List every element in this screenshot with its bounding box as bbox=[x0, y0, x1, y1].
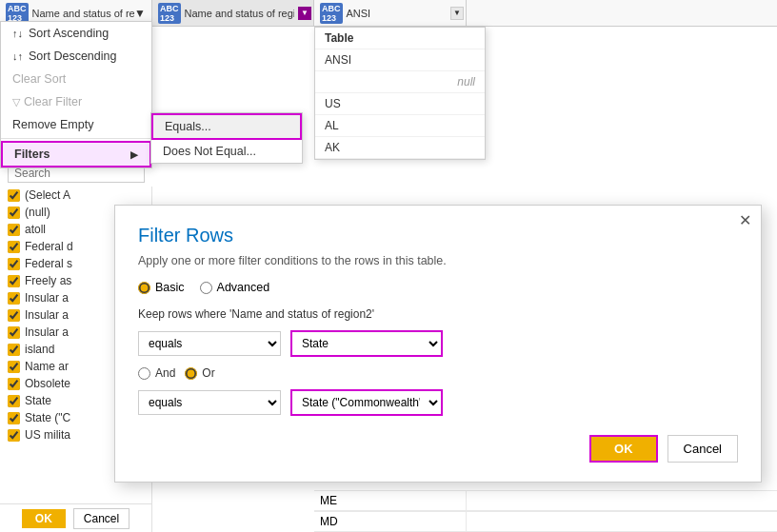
menu-clear-sort: Clear Sort bbox=[1, 68, 151, 90]
checkbox-state-c[interactable] bbox=[8, 412, 20, 424]
list-label-federal-d: Federal d bbox=[25, 240, 73, 253]
abc-icon-3: ABC123 bbox=[320, 3, 343, 24]
list-label-obsolete: Obsolete bbox=[25, 377, 70, 390]
condition-row-2: equals State ("Commonwealth") bbox=[138, 389, 738, 416]
or-text: Or bbox=[202, 366, 214, 380]
checkbox-insular-a3[interactable] bbox=[8, 326, 20, 339]
operator-select-1[interactable]: equals bbox=[138, 331, 281, 356]
context-menu: ↑↓ Sort Ascending ↓↑ Sort Descending Cle… bbox=[0, 21, 152, 168]
checkbox-name-ar[interactable] bbox=[8, 361, 20, 373]
submenu-equals-label: Equals... bbox=[165, 120, 211, 133]
checkbox-federal-d[interactable] bbox=[8, 241, 20, 253]
bottom-buttons-left-panel: OK Cancel bbox=[0, 503, 152, 532]
menu-filters[interactable]: Filters ▶ bbox=[1, 141, 151, 167]
radio-basic-label[interactable]: Basic bbox=[138, 281, 185, 294]
checkbox-insular-a2[interactable] bbox=[8, 309, 20, 322]
column-dropdown-btn-2[interactable]: ▼ bbox=[298, 7, 311, 20]
column-label-3: ANSI bbox=[347, 8, 371, 19]
dropdown-null-label: null bbox=[457, 75, 475, 89]
menu-sort-desc[interactable]: ↓↑ Sort Descending bbox=[1, 45, 151, 68]
menu-remove-empty-label: Remove Empty bbox=[12, 118, 93, 131]
dropdown-al-label: AL bbox=[325, 119, 339, 132]
dropdown-item-table[interactable]: Table bbox=[315, 28, 485, 49]
list-label-state: State bbox=[25, 394, 51, 407]
radio-advanced-label[interactable]: Advanced bbox=[200, 281, 270, 294]
dropdown-item-null[interactable]: null bbox=[315, 71, 485, 93]
column-dropdown-list: Table ANSI null US AL AK bbox=[314, 27, 486, 160]
operator-select-2[interactable]: equals bbox=[138, 390, 281, 415]
condition-label: Keep rows where 'Name and status of regi… bbox=[138, 307, 738, 321]
dropdown-table-label: Table bbox=[325, 31, 353, 45]
checkbox-island[interactable] bbox=[8, 344, 20, 356]
dropdown-item-us[interactable]: US bbox=[315, 93, 485, 115]
cancel-button-left[interactable]: Cancel bbox=[73, 508, 130, 529]
dropdown-ansi-label: ANSI bbox=[325, 53, 351, 67]
checkbox-insular-a1[interactable] bbox=[8, 292, 20, 305]
filter-rows-dialog: ✕ Filter Rows Apply one or more filter c… bbox=[114, 205, 762, 483]
menu-clear-filter-label: Clear Filter bbox=[24, 95, 82, 108]
dropdown-item-al[interactable]: AL bbox=[315, 115, 485, 137]
value-select-1[interactable]: State bbox=[290, 330, 443, 357]
submenu-not-equal[interactable]: Does Not Equal... bbox=[151, 140, 302, 163]
column-header-2[interactable]: ABC123 Name and status of region2 ▼ bbox=[152, 0, 314, 26]
checkbox-us-milita[interactable] bbox=[8, 429, 20, 442]
radio-or[interactable] bbox=[185, 367, 197, 380]
radio-group-mode: Basic Advanced bbox=[138, 281, 738, 294]
dropdown-us-label: US bbox=[325, 97, 341, 110]
ok-button-left[interactable]: OK bbox=[22, 509, 66, 528]
list-label-name-ar: Name ar bbox=[25, 360, 69, 373]
column-label-1: Name and status of region bbox=[32, 8, 135, 19]
menu-filters-label: Filters bbox=[14, 148, 50, 161]
dialog-close-button[interactable]: ✕ bbox=[739, 213, 751, 228]
checkbox-freely-as[interactable] bbox=[8, 275, 20, 287]
ok-button-dialog[interactable]: OK bbox=[589, 435, 658, 463]
dialog-subtitle: Apply one or more filter conditions to t… bbox=[138, 254, 738, 267]
menu-clear-sort-label: Clear Sort bbox=[12, 72, 66, 86]
sort-asc-icon: ↑↓ bbox=[12, 28, 23, 39]
list-item-select-all[interactable]: (Select A bbox=[0, 187, 151, 204]
menu-separator bbox=[1, 138, 151, 139]
radio-advanced[interactable] bbox=[200, 282, 212, 294]
cell-md: MD bbox=[314, 512, 467, 531]
column-dropdown-btn-1[interactable]: ▼ bbox=[134, 7, 146, 20]
list-label-insular-a3: Insular a bbox=[25, 325, 69, 339]
radio-basic[interactable] bbox=[138, 282, 150, 294]
menu-sort-asc-label: Sort Ascending bbox=[29, 27, 109, 40]
submenu-not-equal-label: Does Not Equal... bbox=[163, 145, 256, 158]
and-label[interactable]: And bbox=[138, 366, 175, 380]
menu-sort-desc-label: Sort Descending bbox=[29, 49, 116, 63]
checkbox-state[interactable] bbox=[8, 395, 20, 407]
dropdown-item-ansi[interactable]: ANSI bbox=[315, 49, 485, 71]
filter-icon: ▽ bbox=[12, 96, 20, 108]
dialog-buttons: OK Cancel bbox=[138, 435, 738, 463]
dropdown-ak-label: AK bbox=[325, 141, 340, 154]
menu-remove-empty[interactable]: Remove Empty bbox=[1, 113, 151, 136]
and-text: And bbox=[155, 366, 175, 380]
table-row-me: ME bbox=[314, 490, 777, 511]
checkbox-select-all[interactable] bbox=[8, 189, 20, 202]
value-select-2[interactable]: State ("Commonwealth") bbox=[290, 389, 443, 416]
dropdown-item-ak[interactable]: AK bbox=[315, 137, 485, 159]
checkbox-atoll[interactable] bbox=[8, 224, 20, 236]
list-label-insular-a1: Insular a bbox=[25, 291, 69, 305]
cancel-button-dialog[interactable]: Cancel bbox=[667, 435, 738, 463]
checkbox-federal-s[interactable] bbox=[8, 258, 20, 270]
list-label-freely-as: Freely as bbox=[25, 274, 71, 287]
table-bottom-rows: ME MD bbox=[314, 490, 777, 532]
column-label-2: Name and status of region2 bbox=[185, 8, 294, 19]
table-row-md: MD bbox=[314, 511, 777, 532]
list-label-insular-a2: Insular a bbox=[25, 308, 69, 322]
checkbox-obsolete[interactable] bbox=[8, 378, 20, 390]
cell-me: ME bbox=[314, 491, 467, 510]
column-header-3[interactable]: ABC123 ANSI ▼ bbox=[314, 0, 467, 26]
column-dropdown-btn-3[interactable]: ▼ bbox=[450, 7, 464, 20]
or-label[interactable]: Or bbox=[185, 366, 214, 380]
sort-desc-icon: ↓↑ bbox=[12, 50, 23, 62]
and-or-row: And Or bbox=[138, 366, 738, 380]
list-label-null: (null) bbox=[25, 206, 50, 219]
radio-and[interactable] bbox=[138, 367, 150, 380]
checkbox-null[interactable] bbox=[8, 207, 20, 219]
menu-sort-asc[interactable]: ↑↓ Sort Ascending bbox=[1, 22, 151, 45]
list-label-atoll: atoll bbox=[25, 223, 46, 236]
submenu-equals[interactable]: Equals... bbox=[151, 113, 302, 140]
